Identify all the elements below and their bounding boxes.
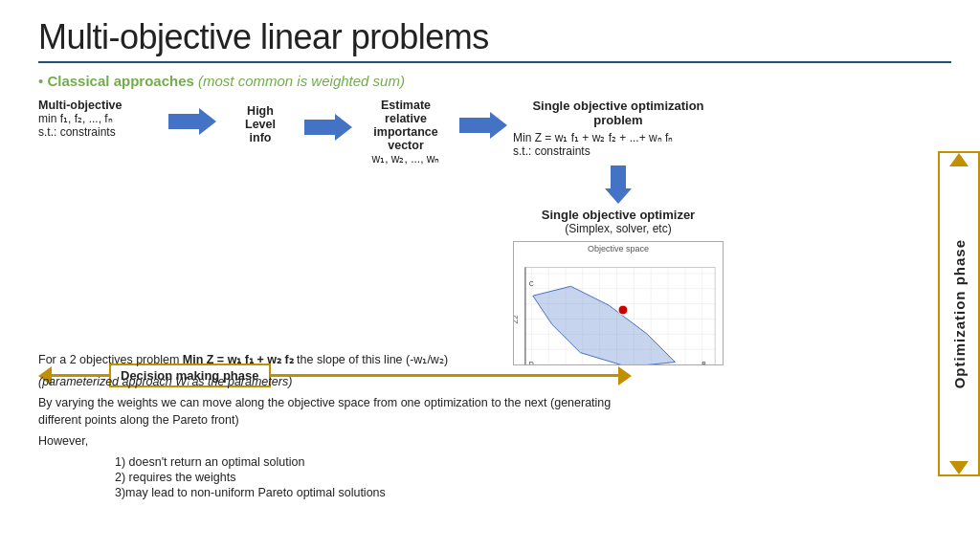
title-underline bbox=[38, 61, 951, 63]
opt-phase-wrapper: Optimization phase bbox=[938, 151, 980, 476]
flow-box-multiobjective: Multi-objective min f₁, f₂, ..., fₙ s.t.… bbox=[38, 99, 163, 139]
bullet-header: • Classical approaches (most common is w… bbox=[38, 73, 951, 89]
svg-text:Z2: Z2 bbox=[514, 315, 520, 323]
para1-formula: Min Z = w₁ f₁ + w₂ f₂ bbox=[183, 353, 294, 366]
multiobjective-label: Multi-objective bbox=[38, 99, 122, 112]
flow-box-highlevel: High Level info bbox=[222, 104, 299, 144]
body-para1-italic: (parameterized approach Wᵢ as the parame… bbox=[38, 374, 632, 391]
multiobjective-line1: min f₁, f₂, ..., fₙ bbox=[38, 112, 113, 125]
sop-label2: problem bbox=[513, 113, 724, 127]
arrow-3 bbox=[459, 112, 507, 139]
estimate-line5: w₁, w₂, ..., wₙ bbox=[371, 152, 439, 165]
para1-before: For a 2 objectives problem bbox=[38, 353, 183, 366]
body-list: 1) doesn't return an optimal solution 2)… bbox=[38, 455, 632, 499]
opt-phase-arrow-down bbox=[949, 461, 969, 474]
body-para3: However, bbox=[38, 433, 632, 451]
list-item: 2) requires the weights bbox=[115, 471, 632, 484]
opt-phase-label: Optimization phase bbox=[951, 239, 968, 388]
multiobjective-line2: s.t.: constraints bbox=[38, 125, 116, 139]
svg-point-4 bbox=[618, 305, 628, 315]
chart-title: Objective space bbox=[514, 242, 723, 253]
bullet-bold: Classical approaches bbox=[47, 73, 193, 89]
estimate-line2: relative bbox=[385, 112, 427, 125]
sop-label: Single objective optimization bbox=[513, 99, 724, 113]
body-para2: By varying the weights we can move along… bbox=[38, 395, 632, 429]
soo-label: Single objective optimizer bbox=[513, 208, 724, 222]
chart-svg: Z1 Z2 C D B bbox=[514, 253, 723, 365]
page-title: Multi-objective linear problems bbox=[38, 17, 951, 57]
chart-box: Objective space bbox=[513, 241, 724, 365]
body-para1: For a 2 objectives problem Min Z = w₁ f₁… bbox=[38, 352, 632, 369]
slide: Multi-objective linear problems • Classi… bbox=[0, 0, 980, 551]
sop-constraints: s.t.: constraints bbox=[513, 144, 590, 158]
arrow-1 bbox=[168, 108, 216, 135]
highlevel-line1: High bbox=[247, 104, 274, 118]
estimate-line4: vector bbox=[388, 139, 424, 152]
list-item: 3)may lead to non-uniform Pareto optimal… bbox=[115, 486, 632, 499]
flow-box-sop: Single objective optimization problem Mi… bbox=[513, 99, 724, 365]
highlevel-line3: info bbox=[250, 131, 272, 144]
arrow-2 bbox=[304, 114, 352, 141]
soo-sub: (Simplex, solver, etc) bbox=[513, 222, 724, 235]
sop-formula: Min Z = w₁ f₁ + w₂ f₂ + ...+ wₙ fₙ bbox=[513, 131, 673, 144]
svg-text:B: B bbox=[702, 362, 706, 366]
flow-box-estimate: Estimate relative importance vector w₁, … bbox=[358, 99, 454, 165]
svg-text:C: C bbox=[529, 280, 534, 287]
opt-phase-arrow-up bbox=[949, 153, 969, 166]
highlevel-line2: Level bbox=[245, 118, 276, 131]
estimate-line1: Estimate bbox=[381, 99, 431, 112]
body-text: For a 2 objectives problem Min Z = w₁ f₁… bbox=[38, 352, 632, 501]
estimate-line3: importance bbox=[373, 125, 437, 139]
bullet-italic: (most common is weighted sum) bbox=[198, 73, 405, 89]
arrow-down bbox=[605, 165, 632, 204]
para1-after: the slope of this line (-w₁/w₂) bbox=[294, 353, 448, 366]
list-item: 1) doesn't return an optimal solution bbox=[115, 455, 632, 469]
